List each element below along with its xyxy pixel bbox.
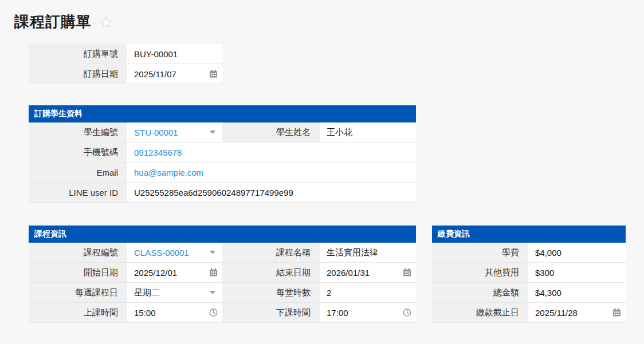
- course-hours-label: 每堂時數: [222, 283, 320, 302]
- course-id-field: CLASS-00001: [127, 243, 222, 262]
- payment-due-date-row: 繳款截止日 2025/11/28: [432, 303, 626, 323]
- course-end-date-field: 2026/01/31: [320, 263, 416, 282]
- student-email-field: hua@sample.com: [127, 163, 416, 182]
- course-end-date-value: 2026/01/31: [327, 268, 370, 278]
- course-weekday-hours-row: 每週課程日 星期二 每堂時數 2: [29, 283, 416, 303]
- course-start-time-field: 15:00: [127, 303, 222, 322]
- payment-total-row: 總金額 $4,300: [432, 283, 626, 303]
- student-id-field: STU-00001: [127, 122, 222, 142]
- payment-total-label: 總金額: [432, 283, 528, 302]
- order-date-field: 2025/11/07: [127, 64, 222, 84]
- order-date-label: 訂購日期: [29, 64, 127, 84]
- course-start-time-value: 15:00: [134, 308, 156, 318]
- student-id-link[interactable]: STU-00001: [134, 128, 178, 137]
- payment-due-date-value: 2025/11/28: [535, 308, 578, 318]
- course-id-link[interactable]: CLASS-00001: [134, 248, 189, 258]
- student-phone-label: 手機號碼: [29, 143, 127, 162]
- course-start-date-field: 2025/12/01: [127, 263, 222, 282]
- student-email-label: Email: [29, 163, 127, 182]
- order-info-table: 訂購單號 BUY-00001 訂購日期 2025/11/07: [29, 44, 222, 84]
- payment-other-fee-value: $300: [528, 263, 626, 282]
- course-end-time-label: 下課時間: [222, 303, 320, 322]
- clock-icon[interactable]: [403, 309, 411, 317]
- payment-tuition-label: 學費: [432, 243, 528, 262]
- payment-section: 繳費資訊 學費 $4,000 其他費用 $300 總金額 $4,300 繳款截止…: [432, 226, 626, 323]
- payment-due-date-label: 繳款截止日: [432, 303, 528, 322]
- course-dates-row: 開始日期 2025/12/01 結束日期 2026/01/31: [29, 263, 416, 283]
- course-weekday-field: 星期二: [127, 283, 222, 302]
- student-name-label: 學生姓名: [222, 122, 320, 142]
- student-id-name-row: 學生編號 STU-00001 學生姓名 王小花: [29, 122, 416, 143]
- course-end-time-value: 17:00: [327, 308, 348, 318]
- student-phone-field: 0912345678: [127, 143, 416, 162]
- payment-other-fee-label: 其他費用: [432, 263, 528, 282]
- course-weekday-label: 每週課程日: [29, 283, 127, 302]
- course-id-label: 課程編號: [29, 243, 127, 262]
- course-id-name-row: 課程編號 CLASS-00001 課程名稱 生活實用法律: [29, 243, 416, 263]
- course-start-date-label: 開始日期: [29, 263, 127, 282]
- chevron-down-icon[interactable]: [210, 131, 215, 134]
- student-line-value: U25255285ea6d25906024897717499e99: [127, 183, 416, 202]
- calendar-icon[interactable]: [612, 309, 621, 317]
- course-hours-value: 2: [320, 283, 416, 302]
- order-date-row: 訂購日期 2025/11/07: [29, 64, 222, 84]
- calendar-icon[interactable]: [209, 268, 218, 277]
- calendar-icon[interactable]: [403, 268, 411, 277]
- payment-other-fee-row: 其他費用 $300: [432, 263, 626, 283]
- course-end-date-label: 結束日期: [222, 263, 320, 282]
- student-line-label: LINE user ID: [29, 183, 127, 202]
- student-name-value: 王小花: [320, 122, 416, 142]
- course-section-header: 課程資訊: [29, 226, 416, 243]
- payment-section-header: 繳費資訊: [432, 226, 626, 243]
- course-section: 課程資訊 課程編號 CLASS-00001 課程名稱 生活實用法律 開始日期 2…: [29, 226, 416, 323]
- course-start-date-value: 2025/12/01: [134, 268, 177, 278]
- student-section: 訂購學生資料 學生編號 STU-00001 學生姓名 王小花 手機號碼 0912…: [29, 105, 416, 203]
- payment-tuition-value: $4,000: [528, 243, 626, 262]
- payment-total-value: $4,300: [528, 283, 626, 302]
- course-times-row: 上課時間 15:00 下課時間 17:00: [29, 303, 416, 323]
- student-section-header: 訂購學生資料: [29, 105, 416, 122]
- student-line-row: LINE user ID U25255285ea6d25906024897717…: [29, 183, 416, 203]
- order-number-label: 訂購單號: [29, 44, 127, 64]
- page-title: 課程訂購單: [14, 12, 92, 32]
- payment-tuition-row: 學費 $4,000: [432, 243, 626, 263]
- order-date-value: 2025/11/07: [134, 69, 176, 79]
- payment-due-date-field: 2025/11/28: [528, 303, 626, 322]
- clock-icon[interactable]: [209, 309, 218, 317]
- chevron-down-icon[interactable]: [210, 251, 215, 254]
- favorite-star-icon[interactable]: [99, 15, 113, 30]
- course-start-time-label: 上課時間: [29, 303, 127, 322]
- page-header: 課程訂購單: [14, 13, 644, 31]
- chevron-down-icon[interactable]: [210, 291, 215, 294]
- course-end-time-field: 17:00: [320, 303, 416, 322]
- student-id-label: 學生編號: [29, 122, 127, 142]
- student-email-row: Email hua@sample.com: [29, 163, 416, 183]
- calendar-icon[interactable]: [209, 70, 218, 78]
- student-email-link[interactable]: hua@sample.com: [134, 168, 203, 177]
- course-weekday-value: 星期二: [134, 287, 160, 298]
- student-phone-row: 手機號碼 0912345678: [29, 143, 416, 163]
- course-name-value: 生活實用法律: [320, 243, 416, 262]
- order-number-row: 訂購單號 BUY-00001: [29, 44, 222, 64]
- course-name-label: 課程名稱: [222, 243, 320, 262]
- student-phone-link[interactable]: 0912345678: [134, 148, 182, 157]
- order-number-value: BUY-00001: [127, 44, 222, 64]
